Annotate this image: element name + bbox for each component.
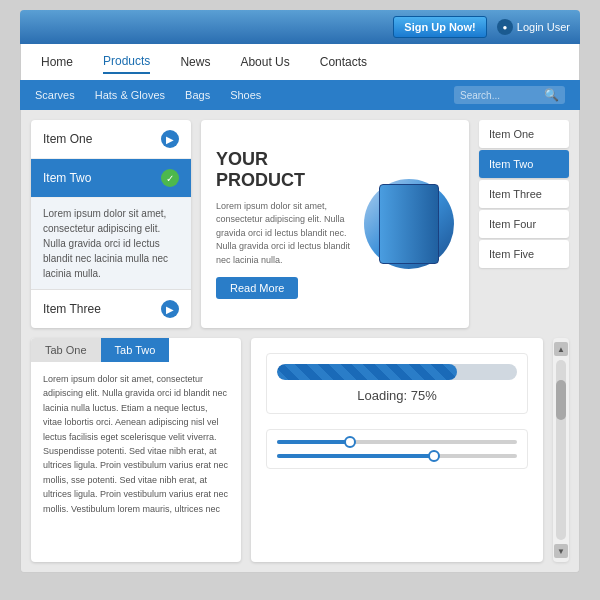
product-text: YOUR PRODUCT Lorem ipsum dolor sit amet,… bbox=[216, 149, 354, 300]
nav-products[interactable]: Products bbox=[103, 50, 150, 74]
top-row: Item One ▶ Item Two ✓ Lorem ipsum dolor … bbox=[31, 120, 569, 328]
loading-section: Loading: 75% bbox=[266, 353, 528, 414]
product-panel: YOUR PRODUCT Lorem ipsum dolor sit amet,… bbox=[201, 120, 469, 328]
acc-arrow-2: ✓ bbox=[161, 169, 179, 187]
tab-content: Lorem ipsum dolor sit amet, consectetur … bbox=[31, 362, 241, 562]
tab-one-button[interactable]: Tab One bbox=[31, 338, 101, 362]
accordion-panel: Item One ▶ Item Two ✓ Lorem ipsum dolor … bbox=[31, 120, 191, 328]
scroll-up-arrow[interactable]: ▲ bbox=[554, 342, 568, 356]
scroll-down-arrow[interactable]: ▼ bbox=[554, 544, 568, 558]
product-title: YOUR PRODUCT bbox=[216, 149, 354, 192]
subnav-bags[interactable]: Bags bbox=[185, 89, 210, 101]
slider-thumb-1[interactable] bbox=[344, 436, 356, 448]
slider-thumb-2[interactable] bbox=[428, 450, 440, 462]
subnav-hats[interactable]: Hats & Gloves bbox=[95, 89, 165, 101]
signup-button[interactable]: Sign Up Now! bbox=[393, 16, 487, 38]
login-user-area: ● Login User bbox=[497, 19, 570, 35]
slider-row-1 bbox=[277, 440, 517, 444]
scroll-track bbox=[556, 360, 566, 540]
loading-panel: Loading: 75% bbox=[251, 338, 543, 562]
loading-text: Loading: 75% bbox=[357, 388, 437, 403]
acc-arrow-3: ▶ bbox=[161, 300, 179, 318]
search-input[interactable] bbox=[460, 90, 540, 101]
product-img-inner bbox=[379, 184, 439, 264]
search-icon[interactable]: 🔍 bbox=[544, 88, 559, 102]
item-list-5[interactable]: Item Five bbox=[479, 240, 569, 268]
acc-label-3: Item Three bbox=[43, 302, 101, 316]
tab-panel: Tab One Tab Two Lorem ipsum dolor sit am… bbox=[31, 338, 241, 562]
item-list-panel: Item One Item Two Item Three Item Four I… bbox=[479, 120, 569, 328]
page-wrapper: Sign Up Now! ● Login User Home Products … bbox=[20, 10, 580, 573]
nav-bar: Home Products News About Us Contacts bbox=[20, 44, 580, 80]
nav-contacts[interactable]: Contacts bbox=[320, 51, 367, 73]
item-list-2[interactable]: Item Two bbox=[479, 150, 569, 178]
progress-bar-bg bbox=[277, 364, 517, 380]
nav-home[interactable]: Home bbox=[41, 51, 73, 73]
top-bar: Sign Up Now! ● Login User bbox=[20, 10, 580, 44]
read-more-button[interactable]: Read More bbox=[216, 277, 298, 299]
slider-track-1[interactable] bbox=[277, 440, 517, 444]
acc-label-1: Item One bbox=[43, 132, 92, 146]
slider-fill-2 bbox=[277, 454, 433, 458]
nav-news[interactable]: News bbox=[180, 51, 210, 73]
user-icon: ● bbox=[497, 19, 513, 35]
slider-row-2 bbox=[277, 454, 517, 458]
scroll-thumb[interactable] bbox=[556, 380, 566, 420]
scrollbar-panel: ▲ ▼ bbox=[553, 338, 569, 562]
subnav-scarves[interactable]: Scarves bbox=[35, 89, 75, 101]
acc-arrow-1: ▶ bbox=[161, 130, 179, 148]
slider-fill-1 bbox=[277, 440, 349, 444]
tab-header: Tab One Tab Two bbox=[31, 338, 241, 362]
acc-item-3[interactable]: Item Three ▶ bbox=[31, 290, 191, 328]
product-desc: Lorem ipsum dolor sit amet, consectetur … bbox=[216, 200, 354, 268]
progress-bar-fill bbox=[277, 364, 457, 380]
nav-about[interactable]: About Us bbox=[240, 51, 289, 73]
acc-content: Lorem ipsum dolor sit amet, consectetur … bbox=[31, 198, 191, 290]
item-list-3[interactable]: Item Three bbox=[479, 180, 569, 208]
acc-label-2: Item Two bbox=[43, 171, 91, 185]
search-area: 🔍 bbox=[454, 86, 565, 104]
sliders-section bbox=[266, 429, 528, 469]
item-list-1[interactable]: Item One bbox=[479, 120, 569, 148]
slider-track-2[interactable] bbox=[277, 454, 517, 458]
acc-item-2[interactable]: Item Two ✓ bbox=[31, 159, 191, 198]
item-list-4[interactable]: Item Four bbox=[479, 210, 569, 238]
bottom-row: Tab One Tab Two Lorem ipsum dolor sit am… bbox=[31, 338, 569, 562]
sub-nav-bar: Scarves Hats & Gloves Bags Shoes 🔍 bbox=[20, 80, 580, 110]
acc-item-1[interactable]: Item One ▶ bbox=[31, 120, 191, 159]
subnav-shoes[interactable]: Shoes bbox=[230, 89, 261, 101]
product-image bbox=[364, 179, 454, 269]
login-label: Login User bbox=[517, 21, 570, 33]
main-content: Item One ▶ Item Two ✓ Lorem ipsum dolor … bbox=[20, 110, 580, 573]
tab-two-button[interactable]: Tab Two bbox=[101, 338, 170, 362]
